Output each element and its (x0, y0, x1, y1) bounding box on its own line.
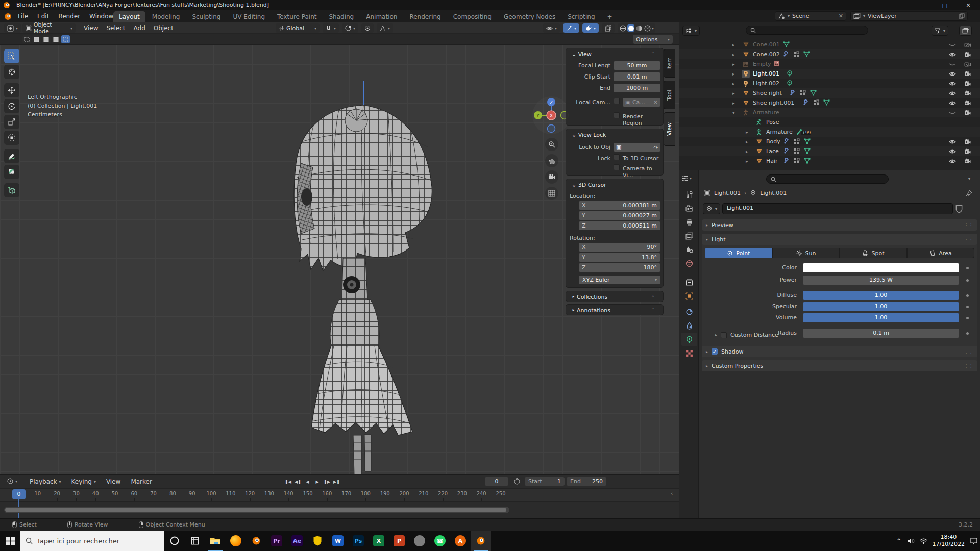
shading-dropdown[interactable]: ▾ (652, 26, 654, 31)
proportional-editing-toggle[interactable] (361, 23, 374, 33)
expand-arrow[interactable]: ▸ (732, 91, 735, 96)
properties-tab-render[interactable] (681, 202, 697, 215)
expand-arrow[interactable]: ▸ (746, 159, 748, 164)
object-name[interactable]: Armature (753, 109, 779, 116)
meshdata-icon[interactable] (803, 51, 810, 59)
properties-tab-view-layer[interactable] (681, 229, 697, 242)
task-view-button[interactable] (185, 531, 205, 551)
gizmo-z-neg-axis[interactable] (548, 125, 555, 133)
custom-properties-header[interactable]: ▸Custom Properties ⋮⋮ (702, 360, 977, 371)
properties-tab-object[interactable] (681, 289, 697, 303)
wrench-icon[interactable] (783, 148, 790, 156)
shading-wireframe-button[interactable] (619, 24, 626, 32)
hide-viewport-toggle[interactable] (949, 148, 956, 156)
taskbar-app-orange-a-app[interactable]: A (450, 531, 471, 551)
hide-viewport-toggle[interactable] (949, 61, 956, 69)
tool-scale[interactable] (4, 115, 19, 129)
view-panel-header[interactable]: ⌄ View (568, 49, 596, 60)
collections-panel-header[interactable]: ‣ Collections (568, 292, 611, 303)
taskbar-app-firefox[interactable] (226, 531, 246, 551)
timeline-collapse-arrow[interactable]: ‹ (671, 490, 673, 497)
viewport-3d[interactable]: Left Orthographic (0) Collection | Light… (0, 45, 679, 474)
camera-to-view-checkbox[interactable] (614, 164, 620, 170)
lightdata-icon[interactable] (787, 80, 793, 88)
expand-arrow[interactable]: ▾ (732, 110, 735, 115)
start-button[interactable] (0, 531, 20, 551)
editor-type-button[interactable]: ▾ (4, 23, 21, 33)
overlays-toggle[interactable]: ▾ (582, 23, 599, 33)
taskbar-search[interactable]: Taper ici pour rechercher (20, 531, 164, 551)
tool-transform[interactable] (4, 131, 19, 145)
new-viewlayer-icon[interactable] (959, 13, 965, 19)
object-name[interactable]: Body (766, 138, 780, 145)
expand-arrow[interactable]: ▸ (746, 149, 748, 154)
properties-tab-constraints[interactable] (681, 305, 697, 318)
new-collection-button[interactable] (959, 26, 972, 36)
menu-edit[interactable]: Edit (33, 10, 54, 22)
taskbar-app-blender[interactable] (246, 531, 266, 551)
light-type-area[interactable]: Area (907, 248, 974, 258)
previous-keyframe-button[interactable]: ◀❚ (293, 478, 302, 486)
properties-editor-type-button[interactable]: ▾ (681, 174, 692, 182)
disable-render-toggle[interactable] (964, 100, 971, 108)
outliner-row-hair[interactable]: ▸Hair (679, 156, 980, 166)
volume-icon[interactable] (907, 538, 915, 544)
sidebar-tab-view[interactable]: View (664, 112, 675, 146)
tab-uv-editing[interactable]: UV Editing (227, 11, 271, 22)
outliner-row-cone-002[interactable]: ▸Cone.002 (679, 49, 980, 59)
light-type-sun[interactable]: Sun (772, 248, 840, 258)
cursor-rotation-z[interactable]: 180°Z (579, 263, 660, 272)
wrench-icon[interactable] (803, 99, 809, 107)
object-name[interactable]: Armature (766, 129, 793, 135)
wrench-icon[interactable] (783, 158, 790, 165)
outliner-row-shoe-right[interactable]: ▸Shoe right (679, 88, 980, 98)
menu-file[interactable]: File (13, 10, 33, 22)
view-lock-header[interactable]: ⌄ View Lock (568, 130, 610, 140)
tool-rotate[interactable] (4, 99, 19, 113)
outliner-filter[interactable]: ▾ (932, 26, 948, 36)
cursor-location-x[interactable]: -0.000381 mX (579, 201, 660, 210)
disable-render-toggle[interactable] (964, 52, 971, 59)
options-button[interactable]: Options▾ (633, 35, 673, 44)
select-mode-extend[interactable] (32, 35, 41, 43)
properties-options-dropdown[interactable]: ▾ (968, 177, 970, 181)
scene-selector[interactable]: ▾ Scene ✕ (775, 11, 846, 21)
tool-move[interactable] (4, 83, 19, 97)
cortana-button[interactable] (164, 531, 185, 551)
timeline-menu-playback[interactable]: Playback ▾ (24, 475, 66, 488)
hide-viewport-toggle[interactable] (949, 90, 956, 98)
diffuse-slider[interactable]: 1.00 (803, 291, 959, 300)
cursor-location-z[interactable]: 0.000511 mZ (579, 221, 660, 230)
sidebar-tab-item[interactable]: Item (664, 49, 675, 78)
outliner-row-armature[interactable]: ▸Armature+99 (679, 127, 980, 137)
power-field[interactable]: 139.5 W (803, 276, 959, 285)
tool-select-box[interactable] (4, 49, 19, 63)
datablock-name-input[interactable]: Light.001 (722, 203, 953, 214)
outliner-row-cone-001[interactable]: ▸Cone.001 (679, 40, 980, 49)
rotation-mode-dropdown[interactable]: XYZ Euler▾ (579, 276, 660, 284)
tab-geometry-nodes[interactable]: Geometry Nodes (498, 11, 561, 22)
properties-search[interactable] (766, 174, 889, 184)
minimize-button[interactable]: – (910, 0, 933, 10)
mods-icon[interactable] (794, 138, 800, 146)
notification-icon[interactable] (970, 537, 978, 545)
viewport-menu-view[interactable]: View (80, 22, 102, 34)
tray-expand-icon[interactable]: ⌃ (896, 537, 902, 545)
taskbar-app-whatsapp[interactable]: ☎ (430, 531, 450, 551)
tab-modeling[interactable]: Modeling (146, 11, 186, 22)
render-region-checkbox[interactable] (614, 112, 620, 118)
cursor-panel-header[interactable]: ⌄ 3D Cursor (568, 180, 610, 190)
timeline-scrollbar[interactable] (4, 507, 509, 513)
frame-end-field[interactable]: End250 (567, 477, 606, 486)
maximize-button[interactable]: □ (933, 0, 957, 10)
scene-unlink-icon[interactable]: ✕ (839, 13, 843, 19)
color-swatch[interactable] (803, 263, 959, 272)
select-mode-subtract[interactable] (42, 35, 51, 43)
local-camera-field[interactable]: ▣ Ca... ✕ (623, 98, 660, 107)
properties-tab-texture[interactable] (681, 346, 697, 360)
pin-icon[interactable] (965, 190, 972, 197)
object-name[interactable]: Shoe right.001 (753, 99, 794, 106)
show-gizmo-dropdown[interactable]: ▾ (543, 23, 560, 33)
outliner-search[interactable] (746, 26, 868, 35)
breadcrumb-data[interactable]: Light.001 (760, 190, 787, 196)
